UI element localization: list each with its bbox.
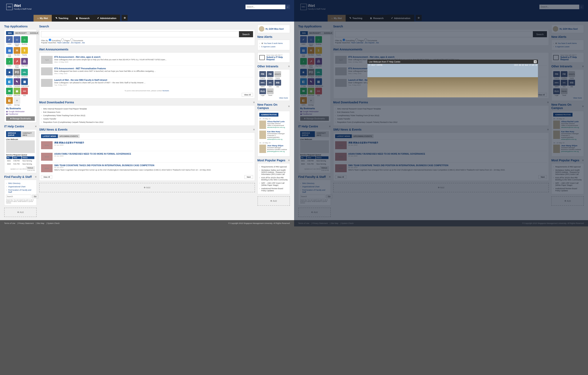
app-org-chart[interactable]: 品Org Chart [315,58,322,68]
close-icon[interactable]: × [547,101,549,104]
filter-pages[interactable]: Pages [61,40,70,42]
ithelp-tab[interactable]: CONTACT INFO [21,131,35,137]
close-icon[interactable]: × [582,65,584,68]
form-link[interactable]: Assets Transfer [41,117,253,121]
intranet-grants[interactable]: GRANTSGrants [274,71,281,79]
form-link[interactable]: SMU Internal Research Grant Final Report… [335,107,547,111]
find-link[interactable]: Organizational Chart [300,185,329,188]
app-po-mgmt[interactable]: POPO Mgmt [14,69,20,77]
news-tab[interactable]: LATEST NEWS [41,134,58,138]
app-payslip[interactable]: $Payslip [315,47,322,57]
app-leave[interactable]: ✓Leave [300,36,307,46]
provider-tab-google[interactable]: GOOGLE [28,31,40,35]
news-item[interactable]: NEWS调查:家族企业监管水平有待提升02 Jun 2015 [41,139,253,151]
main-search-button[interactable]: Search [533,31,547,37]
search-button[interactable]: ⌕ [285,5,290,9]
news-item[interactable]: NEWSASIAN FAMILY BUSINESSES NEED TO DO M… [41,151,253,162]
form-link[interactable]: Assets Transfer [335,117,547,121]
app-stars[interactable]: ★STARS [6,69,13,77]
popular-term[interactable]: Team calendar [57,42,69,44]
faces-tab[interactable]: ADMINISTRATIVE [553,113,573,117]
main-search-button[interactable]: Search [239,31,253,37]
popular-term[interactable]: Eis request [71,42,80,44]
popular-term[interactable]: Team calendar [351,42,363,44]
alert-item[interactable]: 5 Approve Leave [259,45,288,48]
app-isis[interactable]: ISISISIS [315,88,322,96]
app-po-mgmt[interactable]: POPO Mgmt [308,69,315,77]
provider-tab-google[interactable]: GOOGLE [322,31,334,35]
app-ecards[interactable]: ✉eCards [300,88,307,96]
app-examsched[interactable]: ▦ExamSched [21,78,28,87]
close-icon[interactable]: × [547,128,549,131]
popular-link[interactable]: Institutional Review Board Policy Update… [259,187,288,192]
app-cats[interactable]: ◧CATS [6,97,13,106]
news-item[interactable]: NEWSASIAN FAMILY BUSINESSES NEED TO DO M… [335,151,547,162]
popular-link[interactable]: Workplace Safety and Health (WSH) Instit… [553,168,582,176]
find-link[interactable]: Find location of Faculty and Staff [6,188,35,194]
face-card[interactable]: Kan Wee HueyAdministrative ManagerFinanc… [553,131,582,140]
announcement[interactable]: Launch of iNet - the new SMU Faculty & S… [41,77,253,89]
view-all-button[interactable]: View All [41,175,52,179]
webcam-thumb[interactable] [6,141,35,153]
popular-term[interactable]: Isis [82,42,85,44]
face-card[interactable]: Alissa Rachel LurieAssociate DirectorOff… [259,121,288,129]
find-link[interactable]: Organizational Chart [6,185,35,188]
ithelp-tab[interactable]: SERVICE QUEUE [300,131,315,137]
nextweb-link[interactable]: Nextweb [163,90,169,92]
popular-term[interactable]: Eis request [365,42,374,44]
close-icon[interactable]: × [288,105,290,108]
provider-tab-smu[interactable]: SMU [300,31,308,35]
intranet-travel[interactable]: TRAVELTravel [267,88,273,96]
settings-button[interactable]: ✿ [416,15,422,21]
intranet-fm[interactable]: FMFacilities [267,71,273,79]
avatar[interactable] [553,26,558,32]
add-panel-button[interactable]: ✚ Add [298,208,331,217]
find-link[interactable]: Find location of Faculty and Staff [300,188,329,194]
app-it-help[interactable]: ◧IT Help [6,78,13,87]
close-icon[interactable]: × [329,125,331,128]
bookmark-link[interactable]: ▣ Google Webmaster [6,111,35,112]
app-event[interactable]: ♪Event [300,58,307,68]
avatar[interactable] [259,26,264,32]
footer-link[interactable]: Terms of Use [4,222,15,224]
app-payslip[interactable]: $Payslip [21,47,28,57]
intranet-irb[interactable]: IRBIRB [568,80,575,88]
manage-bookmarks-button[interactable]: ✚ Manage Bookmarks [300,116,329,121]
footer-link[interactable]: System Check [47,222,60,224]
close-icon[interactable]: × [253,128,255,131]
app-add-app[interactable]: +Add App [14,97,20,106]
find-input[interactable] [300,195,325,198]
face-card[interactable]: Kan Wee HueyAdministrative ManagerFinanc… [259,131,288,140]
ithelp-tab[interactable]: SERVICE QUEUE [6,131,21,137]
app-isis[interactable]: ISISISIS [21,88,28,96]
intranet-hrfa[interactable]: HRFAHRFA [553,80,560,88]
news-tab[interactable]: UPCOMING EVENTS [352,134,374,138]
app-event[interactable]: ♪Event [6,58,13,68]
close-icon[interactable]: × [35,175,37,179]
app-dart-fund[interactable]: ↗DART Fund [14,58,20,68]
nav-teaching[interactable]: ✎Teaching [346,15,366,21]
filter-documents[interactable]: Documents [364,40,377,42]
app-add-app[interactable]: +Add App [308,97,315,106]
intranet-travel[interactable]: TRAVELTravel [561,88,567,96]
footer-link[interactable]: Site Map [37,222,44,224]
close-icon[interactable]: × [329,175,331,179]
app-choose-team[interactable]: ☺Choose Team [308,36,315,46]
popular-link[interactable]: Kick-off for 2015's first IRB Briefing t… [553,176,582,182]
close-icon[interactable]: × [35,125,37,128]
news-item[interactable]: NEWS调查:家族企业监管水平有待提升02 Jun 2015 [335,139,547,151]
filter-everything[interactable]: Everything [49,40,61,42]
nav-research[interactable]: 🗎Research [72,15,94,21]
alert-item[interactable]: 🗎 You have 5 work Items [553,42,582,45]
next-button[interactable]: Next [244,175,253,179]
add-panel-button[interactable]: ✚ Add [333,183,549,192]
nav-administration[interactable]: ✔Administration [387,15,414,21]
nav-teaching[interactable]: ✎Teaching [52,15,72,21]
settings-button[interactable]: ✿ [122,15,127,21]
news-item[interactable]: NEWSSMU TEAM COGNITARE TAKES 2ND POSITIO… [41,162,253,174]
search-input[interactable] [245,5,285,9]
intranet-grants[interactable]: GRANTSGrants [568,71,575,79]
close-icon[interactable]: × [288,65,290,68]
app-flex-ben[interactable]: HFlex Ben [14,47,20,57]
logo[interactable]: SMU iNetFaculty & Staff Portal [6,4,32,10]
